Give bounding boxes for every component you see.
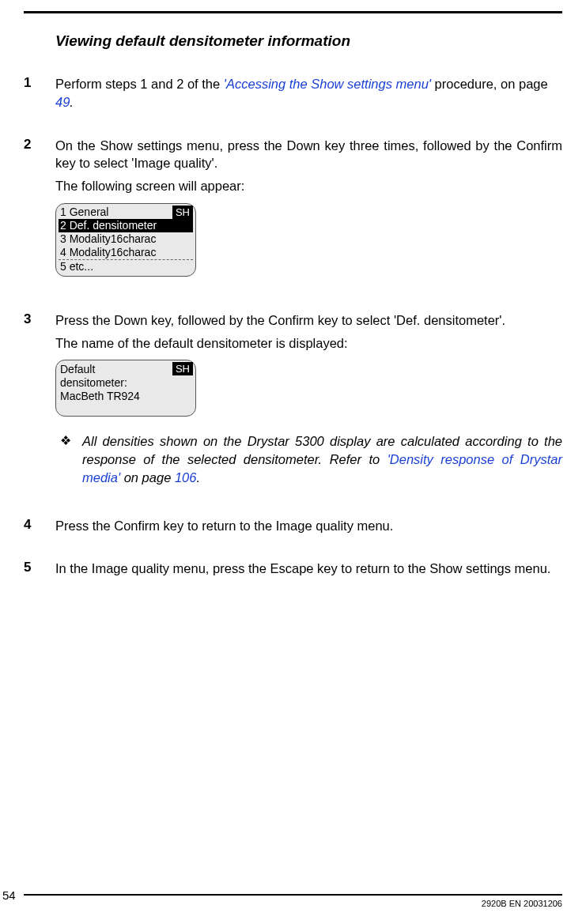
- note: ❖ All densities shown on the Drystar 530…: [55, 432, 562, 486]
- text: .: [70, 95, 74, 109]
- page-number: 54: [2, 888, 19, 902]
- step-4: 4 Press the Confirm key to return to the…: [24, 517, 562, 540]
- section-heading: Viewing default densitometer information: [55, 32, 562, 50]
- link-page-49[interactable]: 49: [55, 95, 70, 109]
- top-rule: [24, 11, 562, 13]
- step-number: 1: [24, 75, 55, 116]
- lcd-row: 3 Modality16charac: [59, 232, 193, 246]
- document-id: 2920B EN 20031206: [24, 899, 562, 908]
- lcd-screen-result: SH Default densitometer: MacBeth TR924: [55, 360, 196, 417]
- lcd-screen-menu: SH 1 General 2 Def. densitometer 3 Modal…: [55, 203, 196, 277]
- text: Press the Confirm key to return to the I…: [55, 517, 562, 535]
- link-accessing-show-settings[interactable]: 'Accessing the Show settings menu': [224, 77, 431, 91]
- sh-badge: SH: [172, 206, 193, 219]
- text: Perform steps 1 and 2 of the: [55, 77, 224, 91]
- page-footer: 54 2920B EN 20031206: [24, 894, 562, 908]
- lcd-row: 4 Modality16charac: [59, 246, 193, 259]
- step-number: 5: [24, 560, 55, 583]
- lcd-line: MacBeth TR924: [60, 390, 191, 403]
- step-3: 3 Press the Down key, followed by the Co…: [24, 311, 562, 496]
- sh-badge: SH: [172, 362, 193, 375]
- text: Press the Down key, followed by the Conf…: [55, 311, 562, 330]
- step-5: 5 In the Image quality menu, press the E…: [24, 560, 562, 583]
- text: The following screen will appear:: [55, 177, 562, 195]
- step-number: 2: [24, 137, 55, 291]
- text: procedure, on page: [431, 77, 548, 91]
- step-number: 4: [24, 517, 55, 540]
- page-content: Viewing default densitometer information…: [0, 0, 586, 583]
- text: In the Image quality menu, press the Esc…: [55, 560, 562, 578]
- lcd-row-etc: 5 etc...: [59, 259, 193, 273]
- text: .: [196, 470, 200, 485]
- note-bullet-icon: ❖: [55, 432, 82, 486]
- step-body: In the Image quality menu, press the Esc…: [55, 560, 562, 583]
- step-body: Press the Down key, followed by the Conf…: [55, 311, 562, 496]
- step-body: On the Show settings menu, press the Dow…: [55, 137, 562, 291]
- step-number: 3: [24, 311, 55, 496]
- text: On the Show settings menu, press the Dow…: [55, 137, 562, 173]
- step-body: Press the Confirm key to return to the I…: [55, 517, 562, 540]
- step-body: Perform steps 1 and 2 of the 'Accessing …: [55, 75, 562, 116]
- text: on page: [120, 470, 175, 485]
- link-page-106[interactable]: 106: [175, 470, 197, 485]
- text: The name of the default densitometer is …: [55, 334, 562, 353]
- footer-rule: 54: [24, 894, 562, 896]
- step-1: 1 Perform steps 1 and 2 of the 'Accessin…: [24, 75, 562, 116]
- lcd-row-selected: 2 Def. densitometer: [59, 219, 193, 232]
- lcd-line: densitometer:: [60, 376, 191, 390]
- step-2: 2 On the Show settings menu, press the D…: [24, 137, 562, 291]
- note-body: All densities shown on the Drystar 5300 …: [82, 432, 562, 486]
